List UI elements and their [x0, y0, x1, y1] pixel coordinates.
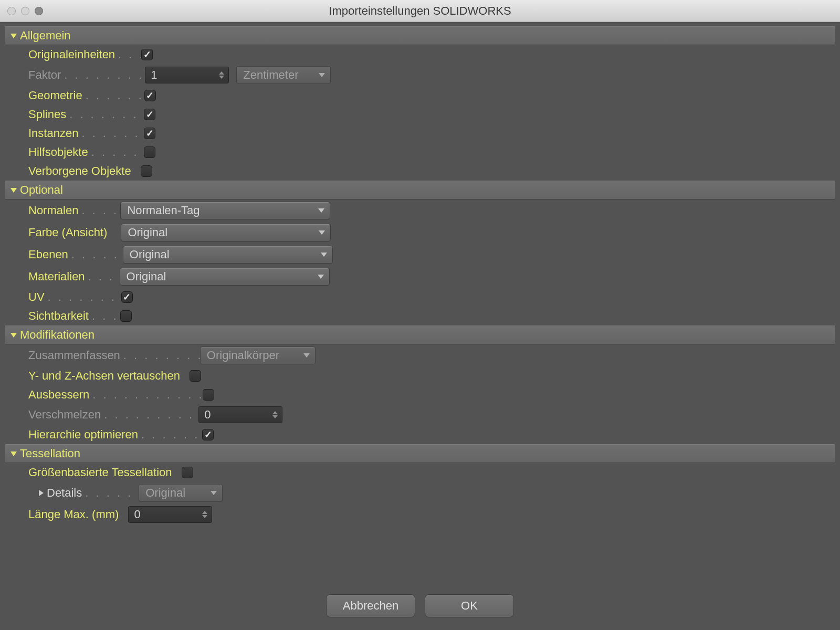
chevron-down-icon: [10, 188, 17, 193]
chevron-down-icon: [321, 253, 327, 257]
label-ausbessern: Ausbessern: [28, 388, 89, 402]
label-groessen: Größenbasierte Tessellation: [28, 466, 172, 479]
cancel-button[interactable]: Abbrechen: [326, 594, 415, 617]
label-farbe: Farbe (Ansicht): [28, 226, 107, 239]
titlebar: Importeinstellungen SOLIDWORKS: [0, 0, 840, 22]
label-faktor: Faktor: [28, 68, 61, 82]
traffic-lights: [7, 7, 43, 15]
select-ebenen[interactable]: Original: [123, 246, 333, 264]
section-header-allgemein[interactable]: Allgemein: [5, 26, 835, 45]
section-title: Optional: [20, 183, 63, 197]
input-verschmelzen[interactable]: 0: [198, 406, 282, 423]
checkbox-originaleinheiten[interactable]: [141, 49, 153, 60]
label-hilfsobjekte: Hilfsobjekte: [28, 145, 88, 159]
close-icon[interactable]: [7, 7, 16, 15]
chevron-down-icon: [319, 73, 325, 77]
window-title: Importeinstellungen SOLIDWORKS: [0, 4, 840, 18]
checkbox-sichtbarkeit[interactable]: [120, 310, 132, 322]
checkbox-ausbessern[interactable]: [203, 389, 214, 401]
select-materialien[interactable]: Original: [120, 268, 330, 286]
label-sichtbarkeit: Sichtbarkeit: [28, 309, 89, 323]
input-laenge[interactable]: 0: [128, 506, 212, 523]
section-title: Tessellation: [20, 447, 80, 460]
button-bar: Abbrechen OK: [5, 584, 835, 630]
checkbox-groessen[interactable]: [182, 467, 193, 478]
label-verschmelzen: Verschmelzen: [28, 408, 101, 422]
label-verborgene: Verborgene Objekte: [28, 164, 131, 178]
label-yz: Y- und Z-Achsen vertauschen: [28, 369, 180, 383]
checkbox-hierarchie[interactable]: [202, 429, 214, 440]
chevron-down-icon: [211, 491, 217, 495]
checkbox-instanzen[interactable]: [144, 128, 155, 139]
chevron-down-icon: [318, 275, 324, 279]
label-normalen: Normalen: [28, 204, 78, 217]
checkbox-hilfsobjekte[interactable]: [144, 146, 155, 158]
label-laenge: Länge Max. (mm): [28, 508, 119, 521]
label-materialien: Materialien: [28, 270, 85, 284]
ok-button[interactable]: OK: [425, 594, 514, 617]
section-title: Modifikationen: [20, 328, 94, 342]
checkbox-uv[interactable]: [121, 291, 133, 303]
label-details: Details: [47, 486, 82, 500]
chevron-right-icon[interactable]: [39, 490, 44, 496]
section-header-tessellation[interactable]: Tessellation: [5, 444, 835, 463]
select-normalen[interactable]: Normalen-Tag: [120, 202, 330, 219]
content-area: Allgemein Originaleinheiten . . . Faktor…: [0, 22, 840, 630]
checkbox-verborgene[interactable]: [141, 165, 152, 177]
chevron-down-icon: [318, 208, 324, 213]
label-hierarchie: Hierarchie optimieren: [28, 428, 138, 442]
checkbox-geometrie[interactable]: [144, 90, 156, 101]
select-details[interactable]: Original: [139, 484, 223, 502]
checkbox-yz[interactable]: [190, 370, 201, 382]
chevron-down-icon: [303, 353, 310, 358]
select-farbe[interactable]: Original: [121, 224, 331, 242]
chevron-down-icon: [10, 34, 17, 38]
section-header-optional[interactable]: Optional: [5, 181, 835, 200]
label-ebenen: Ebenen: [28, 248, 68, 261]
maximize-icon[interactable]: [35, 7, 43, 15]
select-zusammenfassen[interactable]: Originalkörper: [200, 346, 316, 364]
label-zusammenfassen: Zusammenfassen: [28, 349, 120, 362]
checkbox-splines[interactable]: [144, 109, 155, 120]
label-instanzen: Instanzen: [28, 127, 78, 140]
label-splines: Splines: [28, 108, 66, 121]
minimize-icon[interactable]: [21, 7, 29, 15]
section-title: Allgemein: [20, 29, 71, 43]
label-originaleinheiten: Originaleinheiten: [28, 48, 115, 61]
chevron-down-icon: [10, 333, 17, 338]
settings-window: Importeinstellungen SOLIDWORKS Allgemein…: [0, 0, 840, 630]
label-geometrie: Geometrie: [28, 89, 82, 102]
chevron-down-icon: [10, 452, 17, 456]
chevron-down-icon: [319, 230, 325, 235]
section-header-modifikationen[interactable]: Modifikationen: [5, 326, 835, 344]
label-uv: UV: [28, 290, 45, 304]
input-faktor[interactable]: 1: [145, 67, 229, 83]
select-faktor-unit[interactable]: Zentimeter: [236, 66, 331, 84]
